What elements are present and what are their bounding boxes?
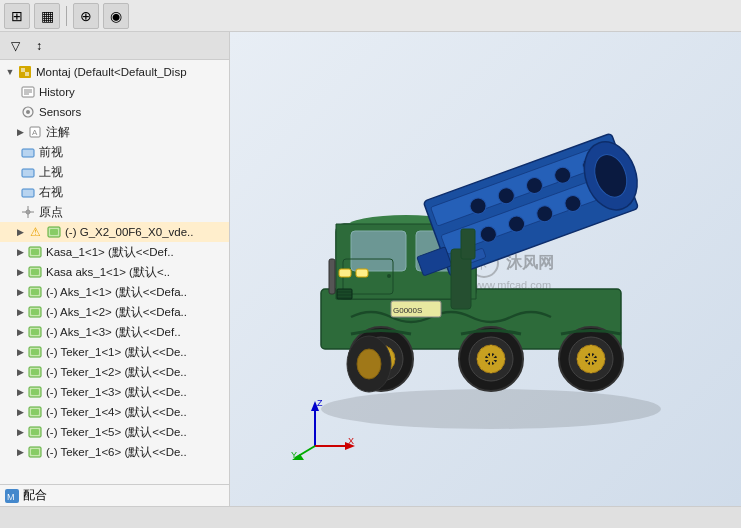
front-view-label: 前视 [39, 145, 225, 160]
sidebar-mating-row[interactable]: M 配合 [0, 484, 229, 506]
expand-arrow-teker1-1: ▶ [14, 346, 26, 358]
aks1-3-label: (-) Aks_1<3> (默认<<Def.. [46, 325, 225, 340]
top-view-icon [20, 164, 36, 180]
tree-item-teker1-3[interactable]: ▶ (-) Teker_1<3> (默认<<De.. [0, 382, 229, 402]
tree-item-kasa1[interactable]: ▶ Kasa_1<1> (默认<<Def.. [0, 242, 229, 262]
svg-point-100 [357, 349, 381, 379]
gx2-label: (-) G_X2_00F6_X0_vde.. [65, 226, 225, 238]
expand-arrow-aks1-1: ▶ [14, 286, 26, 298]
teker1-4-icon [27, 404, 43, 420]
front-view-icon [20, 144, 36, 160]
aks1-1-icon [27, 284, 43, 300]
teker1-6-icon [27, 444, 43, 460]
coordinate-axes: Z X Y [290, 396, 350, 456]
target-toolbar-btn[interactable]: ⊕ [73, 3, 99, 29]
svg-rect-11 [22, 149, 34, 157]
sensors-icon [20, 104, 36, 120]
svg-rect-50 [351, 231, 406, 271]
tree-item-teker1-5[interactable]: ▶ (-) Teker_1<5> (默认<<De.. [0, 422, 229, 442]
feature-tree[interactable]: ▼ Montaj (Default<Default_Disp [0, 60, 229, 484]
annotation-icon: A [27, 124, 43, 140]
table-toolbar-btn[interactable]: ▦ [34, 3, 60, 29]
svg-rect-55 [356, 269, 368, 277]
grid-toolbar-btn[interactable]: ⊞ [4, 3, 30, 29]
svg-rect-103 [329, 259, 335, 294]
sensors-label: Sensors [39, 106, 225, 118]
tree-item-aks1-1[interactable]: ▶ (-) Aks_1<1> (默认<<Defa.. [0, 282, 229, 302]
svg-rect-28 [31, 329, 39, 335]
globe-toolbar-btn[interactable]: ◉ [103, 3, 129, 29]
sidebar: ▽ ↕ ▼ Montaj (Default<Default_Disp [0, 32, 230, 506]
expand-arrow-teker1-3: ▶ [14, 386, 26, 398]
assembly-icon [17, 64, 33, 80]
tree-item-history[interactable]: History [0, 82, 229, 102]
root-assembly-label: Montaj (Default<Default_Disp [36, 66, 225, 78]
svg-rect-2 [25, 72, 29, 76]
svg-text:G0000S: G0000S [393, 306, 422, 315]
kasa1-icon [27, 244, 43, 260]
origin-label: 原点 [39, 205, 225, 220]
warning-icon: ⚠ [27, 224, 43, 240]
tree-item-gx2[interactable]: ▶ ⚠ (-) G_X2_00F6_X0_vde.. [0, 222, 229, 242]
mating-label: 配合 [23, 488, 225, 503]
tree-item-teker1-1[interactable]: ▶ (-) Teker_1<1> (默认<<De.. [0, 342, 229, 362]
svg-rect-26 [31, 309, 39, 315]
tree-item-teker1-6[interactable]: ▶ (-) Teker_1<6> (默认<<De.. [0, 442, 229, 462]
tree-item-origin[interactable]: 原点 [0, 202, 229, 222]
tree-item-teker1-2[interactable]: ▶ (-) Teker_1<2> (默认<<De.. [0, 362, 229, 382]
tree-root-assembly[interactable]: ▼ Montaj (Default<Default_Disp [0, 62, 229, 82]
svg-text:X: X [348, 436, 354, 446]
gx2-component-icon [46, 224, 62, 240]
main-toolbar: ⊞ ▦ ⊕ ◉ [0, 0, 741, 32]
svg-rect-20 [31, 249, 39, 255]
right-view-label: 右视 [39, 185, 225, 200]
svg-rect-36 [31, 409, 39, 415]
history-label: History [39, 86, 225, 98]
main-area: ▽ ↕ ▼ Montaj (Default<Default_Disp [0, 32, 741, 506]
tree-item-annotation[interactable]: ▶ A 注解 [0, 122, 229, 142]
teker1-5-icon [27, 424, 43, 440]
tree-item-front-view[interactable]: 前视 [0, 142, 229, 162]
history-icon [20, 84, 36, 100]
tree-item-aks1-2[interactable]: ▶ (-) Aks_1<2> (默认<<Defa.. [0, 302, 229, 322]
teker1-6-label: (-) Teker_1<6> (默认<<De.. [46, 445, 225, 460]
origin-icon [20, 204, 36, 220]
expand-arrow-root: ▼ [4, 66, 16, 78]
expand-arrow-teker1-4: ▶ [14, 406, 26, 418]
teker1-1-icon [27, 344, 43, 360]
tree-item-right-view[interactable]: 右视 [0, 182, 229, 202]
tree-item-teker1-4[interactable]: ▶ (-) Teker_1<4> (默认<<De.. [0, 402, 229, 422]
svg-rect-38 [31, 429, 39, 435]
tree-item-sensors[interactable]: Sensors [0, 102, 229, 122]
teker1-5-label: (-) Teker_1<5> (默认<<De.. [46, 425, 225, 440]
svg-rect-13 [22, 189, 34, 197]
kasa-aks1-icon [27, 264, 43, 280]
tree-item-aks1-3[interactable]: ▶ (-) Aks_1<3> (默认<<Def.. [0, 322, 229, 342]
svg-point-8 [26, 110, 30, 114]
expand-arrow-kasa-aks1: ▶ [14, 266, 26, 278]
teker1-4-label: (-) Teker_1<4> (默认<<De.. [46, 405, 225, 420]
svg-rect-32 [31, 369, 39, 375]
svg-point-53 [387, 274, 391, 278]
svg-text:M: M [7, 492, 15, 502]
sidebar-collapse-btn[interactable]: ↕ [28, 35, 50, 57]
annotation-label: 注解 [46, 125, 225, 140]
expand-arrow-aks1-3: ▶ [14, 326, 26, 338]
svg-rect-34 [31, 389, 39, 395]
expand-arrow-teker1-6: ▶ [14, 446, 26, 458]
kasa1-label: Kasa_1<1> (默认<<Def.. [46, 245, 225, 260]
top-view-label: 上视 [39, 165, 225, 180]
tree-item-top-view[interactable]: 上视 [0, 162, 229, 182]
svg-rect-74 [461, 229, 475, 259]
tree-item-kasa-aks1[interactable]: ▶ Kasa aks_1<1> (默认<.. [0, 262, 229, 282]
teker1-3-label: (-) Teker_1<3> (默认<<De.. [46, 385, 225, 400]
aks1-3-icon [27, 324, 43, 340]
expand-arrow-teker1-5: ▶ [14, 426, 26, 438]
teker1-2-label: (-) Teker_1<2> (默认<<De.. [46, 365, 225, 380]
toolbar-sep-1 [66, 6, 67, 26]
svg-point-45 [321, 389, 661, 429]
viewport[interactable]: 沐 沐风网 www.mfcad.com [230, 32, 741, 506]
mating-icon: M [4, 488, 20, 504]
sidebar-filter-btn[interactable]: ▽ [4, 35, 26, 57]
right-view-icon [20, 184, 36, 200]
